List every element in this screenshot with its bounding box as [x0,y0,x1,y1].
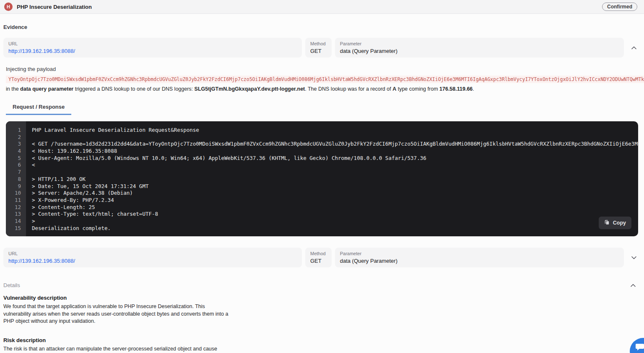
method-box: Method GET [305,38,332,58]
line-number: 8 [6,176,26,183]
url-box: URL http://139.162.196.35:8088/ [3,38,302,58]
copy-button-label: Copy [613,220,626,226]
method-label: Method [310,41,326,46]
finding-part: . The DNS lookup was for a record of [305,86,392,92]
code-text: > HTTP/1.1 200 OK [26,176,638,183]
code-line: 1PHP Laravel Insecure Deserialization Re… [6,127,638,134]
line-number: 1 [6,127,26,134]
finding-part: triggered a DNS lookup to one of our DNS… [73,86,194,92]
parameter-box: Parameter data (Query Parameter) [335,248,624,267]
parameter-label: Parameter [340,41,619,46]
dns-logger-hostname: SLG5tjGTmN.bgGkxqapaY.dev.ptt-logger.net [195,86,305,92]
code-text [26,134,638,141]
method-label: Method [310,251,326,256]
dns-record-type: A [392,86,396,92]
payload-section: Injecting the payload YToyOntpOjc7Tzo0MD… [6,66,641,92]
payload-intro-text: Injecting the payload [6,66,641,72]
code-text: > Server: Apache/2.4.38 (Debian) [26,190,638,197]
chevron-up-icon [631,44,636,51]
chevron-down-icon [631,254,636,261]
chat-bubble-icon [635,343,644,353]
page-title: PHP Insecure Deserialization [17,4,92,10]
code-text: > [26,218,638,225]
code-line: 9> Date: Tue, 15 Oct 2024 17:31:24 GMT [6,183,638,190]
code-line: 15Deserialization complete. [6,225,638,232]
target-url-link[interactable]: http://139.162.196.35:8088/ [8,258,75,264]
code-text: > X-Powered-By: PHP/7.2.34 [26,197,638,204]
line-number: 4 [6,148,26,155]
code-line: 3< GET /?username=1d3d2d231d2dd4&data=YT… [6,141,638,148]
method-box: Method GET [305,248,332,267]
chevron-up-icon [631,282,636,288]
parameter-label: Parameter [340,251,619,256]
line-number: 10 [6,190,26,197]
collapse-details-button[interactable] [626,282,640,288]
parameter-box: Parameter data (Query Parameter) [335,38,624,58]
expand-evidence-button[interactable] [627,248,641,267]
code-line: 10> Server: Apache/2.4.38 (Debian) [6,190,638,197]
risk-description-heading: Risk description [3,337,641,343]
details-section-title: Details [3,282,20,288]
line-number: 3 [6,141,26,148]
line-number: 7 [6,169,26,176]
line-number: 13 [6,211,26,218]
code-line: 6< [6,162,638,169]
finding-parameter-name: data query parameter [20,86,73,92]
code-text: PHP Laravel Insecure Deserialization Req… [26,127,638,134]
severity-high-badge: H [4,3,13,11]
code-line: 12> Content-Length: 25 [6,204,638,211]
copy-button[interactable]: Copy [599,217,631,229]
line-number: 9 [6,183,26,190]
evidence-section-title: Evidence [3,24,641,30]
finding-summary-text: in the data query parameter triggered a … [6,86,641,92]
code-line: 13> Content-Type: text/html; charset=UTF… [6,211,638,218]
details-section: Details Vulnerability description We fou… [3,282,641,353]
line-number: 14 [6,218,26,225]
status-badge: Confirmed [602,3,637,11]
source-ip: 176.58.119.66 [439,86,473,92]
parameter-value: data (Query Parameter) [340,48,619,54]
code-text: > Content-Type: text/html; charset=UTF-8 [26,211,638,218]
code-text: < Host: 139.162.196.35:8088 [26,148,638,155]
payload-string: YToyOntpOjc7Tzo0MDoiSWxsdW1pbmF0ZVxCcm9h… [6,76,644,83]
evidence-row-1: URL http://139.162.196.35:8088/ Method G… [3,38,641,58]
code-text: > Date: Tue, 15 Oct 2024 17:31:24 GMT [26,183,638,190]
evidence-row-2: URL http://139.162.196.35:8088/ Method G… [3,248,641,267]
line-number: 11 [6,197,26,204]
line-number: 15 [6,225,26,232]
line-number: 5 [6,155,26,162]
method-value: GET [310,258,326,264]
parameter-value: data (Query Parameter) [340,258,619,264]
target-url-link[interactable]: http://139.162.196.35:8088/ [8,48,75,54]
request-response-code-block: 1PHP Laravel Insecure Deserialization Re… [6,121,638,236]
line-number: 6 [6,162,26,169]
code-line: 8> HTTP/1.1 200 OK [6,176,638,183]
collapse-evidence-button[interactable] [627,38,641,58]
code-text: Deserialization complete. [26,225,638,232]
code-text: < GET /?username=1d3d2d231d2dd4&data=YTo… [26,141,638,148]
code-text [26,169,638,176]
code-line: 7 [6,169,638,176]
code-text: > Content-Length: 25 [26,204,638,211]
url-box: URL http://139.162.196.35:8088/ [3,248,302,267]
vulnerability-description-heading: Vulnerability description [3,295,641,301]
details-header: Details [3,282,641,288]
code-line: 5< User-Agent: Mozilla/5.0 (Windows NT 1… [6,155,638,162]
tab-request-response[interactable]: Request / Response [6,100,71,115]
copy-icon [604,220,610,226]
code-line: 4< Host: 139.162.196.35:8088 [6,148,638,155]
vulnerability-description-text: We found that the target application is … [3,303,233,325]
code-line: 11> X-Powered-By: PHP/7.2.34 [6,197,638,204]
code-line: 2 [6,134,638,141]
tab-bar: Request / Response [6,100,641,115]
finding-header: H PHP Insecure Deserialization Confirmed [0,0,644,14]
finding-part: type coming from [396,86,439,92]
method-value: GET [310,48,326,54]
url-label: URL [8,41,297,46]
risk-description-text: The risk is that an attacker can manipul… [3,345,233,353]
finding-part: . [473,86,474,92]
code-text: < User-Agent: Mozilla/5.0 (Windows NT 10… [26,155,638,162]
line-number: 2 [6,134,26,141]
code-line: 14> [6,218,638,225]
line-number: 12 [6,204,26,211]
